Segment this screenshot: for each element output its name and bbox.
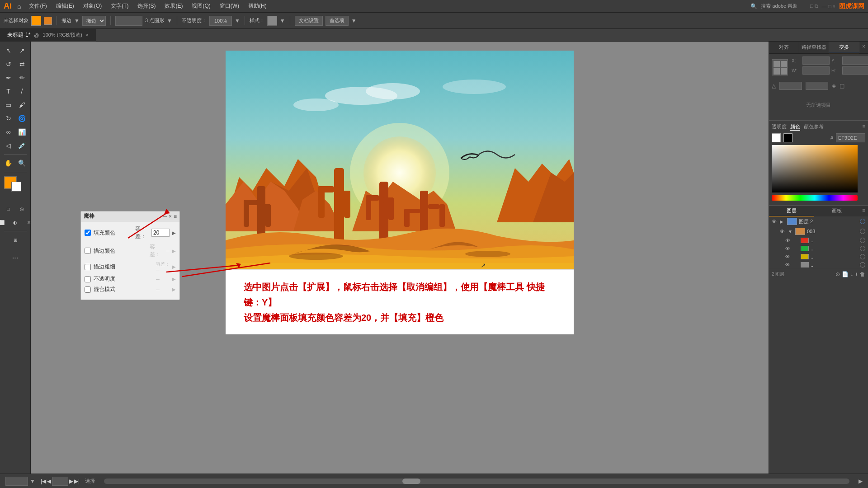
window-controls[interactable]: — □ × [822,4,835,9]
gradient-mode[interactable]: ◐ [9,216,22,229]
line-tool[interactable]: / [16,85,28,98]
panel-minimize[interactable]: ─ [163,213,167,220]
mask-mode[interactable]: ◎ [16,202,28,215]
brush-dropdown-icon[interactable]: ▼ [74,18,80,24]
panel-close-btn[interactable]: × [859,42,868,53]
fill-color-checkbox[interactable] [85,230,91,236]
artboard-tool[interactable]: ⊞ [9,234,22,246]
preferences-btn[interactable]: 首选项 [326,16,349,26]
fill-color-swatch[interactable] [31,16,41,26]
yellow-layer-eye[interactable]: 👁 [785,254,792,259]
blend-mode-checkbox[interactable] [85,286,91,293]
color-picker-area[interactable] [772,145,858,192]
white-swatch[interactable] [772,133,781,142]
style-dropdown[interactable]: ▼ [280,18,285,24]
color-ref-tab[interactable]: 颜色参考 [804,123,824,131]
y-input[interactable] [842,56,868,65]
green-layer-circle[interactable] [860,246,865,251]
gray-layer-eye[interactable]: 👁 [785,262,792,267]
point-input[interactable] [115,16,142,26]
layer-gray-item[interactable]: 👁 ... [769,261,868,269]
delete-layer-btn[interactable]: 🗑 [860,271,865,277]
color-mode[interactable]: ⬜ [0,216,8,229]
color-menu-icon[interactable]: ≡ [863,123,865,131]
layer-red-item[interactable]: 👁 ... [769,236,868,244]
x-input[interactable] [802,56,830,65]
green-layer-eye[interactable]: 👁 [785,246,792,251]
pathfinder-tab[interactable]: 路径查找器 [799,42,830,53]
warp-tool[interactable]: 🌀 [16,112,28,125]
pref-dropdown-icon[interactable]: ▼ [351,18,357,24]
menu-help[interactable]: 帮助(H) [245,1,270,11]
layer2-eye-icon[interactable]: 👁 [772,219,778,224]
layer2-circle[interactable] [860,219,865,224]
eyedropper-tool[interactable]: 💉 [16,139,28,152]
document-tab[interactable]: 未标题-1* @ 100% (RGB/预览) × [0,29,96,42]
w-input[interactable] [802,66,830,75]
background-swatch[interactable] [11,182,21,192]
make-mask-btn[interactable]: ⊙ [835,271,840,277]
layer-item-003[interactable]: 👁 ▼ 003 [769,226,868,236]
blend-tool[interactable]: ∞ [2,126,15,138]
opacity-tab[interactable]: 透明度 [772,123,787,131]
next-page-btn[interactable]: ▶ [69,478,73,484]
pencil-tool[interactable]: ✏ [16,71,28,84]
yellow-layer-circle[interactable] [860,254,865,259]
column-graph-tool[interactable]: 📊 [16,126,28,138]
hue-slider[interactable] [772,195,858,201]
gray-layer-circle[interactable] [860,262,865,267]
pen-tool[interactable]: ✒ [2,71,15,84]
menu-edit[interactable]: 编辑(E) [52,1,78,11]
search-placeholder[interactable]: 搜索 adobe 帮助 [761,3,797,9]
layer-yellow-item[interactable]: 👁 ... [769,253,868,261]
stroke-width-checkbox[interactable] [85,264,91,270]
menu-object[interactable]: 对象(O) [80,1,105,11]
menu-text[interactable]: 文字(T) [107,1,132,11]
opacity-dropdown[interactable]: ▼ [235,18,240,24]
prev-page-btn[interactable]: ◀ [47,478,51,484]
last-page-btn[interactable]: ▶| [74,478,80,484]
red-layer-circle[interactable] [860,238,865,243]
panel-close[interactable]: × [169,213,172,220]
layer2-expand-icon[interactable]: ▶ [780,219,785,224]
menu-effect[interactable]: 效果(E) [161,1,186,11]
menu-window[interactable]: 窗口(W) [216,1,243,11]
blend-mode-arrow[interactable]: ▶ [172,287,176,292]
hex-input[interactable] [836,133,865,142]
layers-menu-icon[interactable]: ≡ [859,206,868,216]
home-icon[interactable]: ⌂ [17,3,21,10]
transform-tab[interactable]: 变换 [829,42,859,53]
black-swatch[interactable] [783,133,793,142]
hand-tool[interactable]: ✋ [2,157,15,169]
doc-settings-btn[interactable]: 文档设置 [295,16,323,26]
stroke-arrow[interactable]: ▶ [172,249,176,253]
eraser-tool[interactable]: ◁ [2,139,15,152]
scrollbar-thumb[interactable] [402,479,420,484]
rotate2-tool[interactable]: ↻ [2,112,15,125]
opacity-input[interactable] [209,16,232,26]
zoom-input[interactable]: 100% [5,477,28,486]
layer003-arrow-icon[interactable]: ▼ [788,229,793,234]
first-page-btn[interactable]: |◀ [41,478,46,484]
layer-green-item[interactable]: 👁 ... [769,244,868,253]
paintbrush-tool[interactable]: 🖌 [16,99,28,111]
normal-mode[interactable]: □ [2,202,15,215]
zoom-tool[interactable]: 🔍 [16,157,28,169]
selection-tool[interactable]: ↖ [2,44,15,57]
layers-tab[interactable]: 图层 [769,206,814,216]
point-dropdown[interactable]: ▼ [167,18,172,24]
panel-menu[interactable]: ≡ [174,213,177,220]
stroke-width-arrow[interactable]: ▶ [172,264,176,269]
h-scrollbar[interactable] [104,479,849,484]
play-btn[interactable]: ▶ [859,478,863,484]
menu-view[interactable]: 视图(Q) [188,1,214,11]
align-tab[interactable]: 对齐 [769,42,799,53]
create-new-layer-btn[interactable]: + [855,271,858,277]
rectangle-tool[interactable]: ▭ [2,99,15,111]
red-layer-eye[interactable]: 👁 [785,238,792,243]
direct-selection-tool[interactable]: ↗ [16,44,28,57]
shear-input[interactable] [806,82,828,90]
h-input[interactable] [842,66,868,75]
rotate-tool[interactable]: ↺ [2,58,15,70]
tolerance-arrow[interactable]: ▶ [172,230,176,235]
